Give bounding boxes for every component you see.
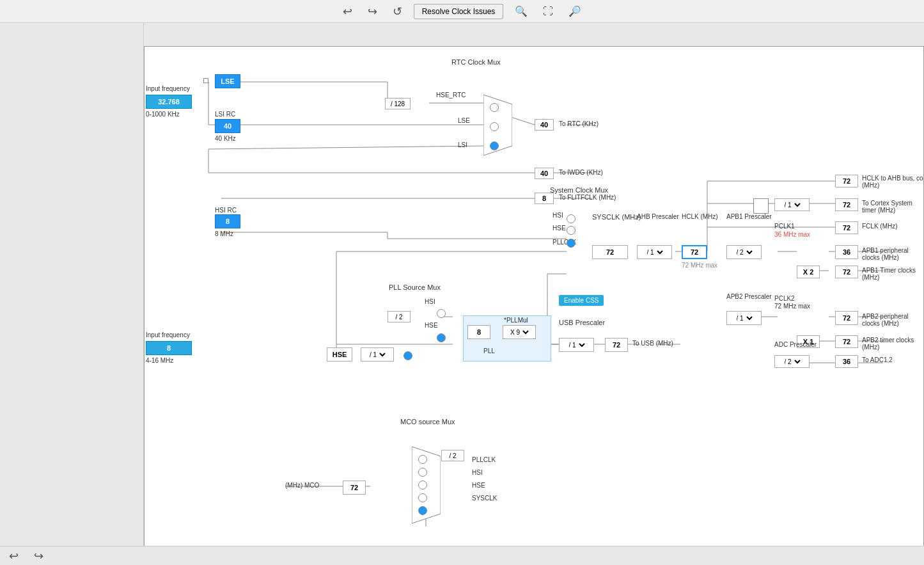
lse-box[interactable]: LSE	[215, 74, 240, 88]
pclk1-max-label: 36 MHz max	[774, 231, 810, 238]
pclk1-label: PCLK1	[774, 223, 795, 230]
rtc-mux-radio-2[interactable]	[490, 122, 499, 131]
mco-radio-pllclk[interactable]	[418, 455, 427, 464]
lse-mux-label: LSE	[458, 117, 470, 124]
rtc-mux-radio-3[interactable]	[490, 141, 499, 150]
apb2-peripheral-label: APB2 peripheral clocks (MHz)	[862, 313, 923, 327]
sys-mux-radio-hsi[interactable]	[567, 214, 576, 223]
div1-cortex-select[interactable]: / 1	[782, 201, 803, 209]
mco-div2-box[interactable]: / 2	[441, 450, 464, 461]
sys-mux-radio-pllclk[interactable]	[567, 239, 576, 248]
pll-source-mux-label: PLL Source Mux	[389, 283, 441, 291]
apb2-timer-value-box[interactable]: 72	[835, 335, 858, 348]
pll-x9-select[interactable]: X 9	[508, 328, 531, 337]
mco-sysclk-label: SYSCLK	[472, 495, 497, 502]
pll-src-hsi-label: HSI	[425, 298, 435, 305]
sys-mux-hsi-label: HSI	[552, 212, 563, 219]
refresh-button[interactable]: ↺	[389, 2, 406, 21]
adc-output-label: To ADC1,2	[862, 356, 893, 363]
pll-src-radio-hse[interactable]	[437, 333, 446, 342]
input-freq-2-label: Input frequency	[146, 331, 190, 338]
adc-prescaler-dropdown[interactable]: / 2	[774, 355, 810, 368]
resolve-clock-issues-button[interactable]: Resolve Clock Issues	[414, 4, 504, 19]
usb-72-value-box[interactable]: 72	[605, 338, 628, 352]
cortex-timer-value-box[interactable]: 72	[835, 198, 858, 211]
hclk-value-box[interactable]: 72	[682, 245, 707, 259]
rtc-output-box[interactable]: 40	[535, 119, 554, 131]
mco-output-value-box[interactable]: 72	[343, 481, 366, 495]
fclk-value-box[interactable]: 72	[835, 221, 858, 234]
fit-screen-button[interactable]: ⛶	[539, 3, 557, 20]
flitfclk-output-box[interactable]: 8	[535, 193, 554, 204]
mco-radio-hse[interactable]	[418, 481, 427, 489]
mco-radio-sysclk[interactable]	[418, 493, 427, 502]
redo-button[interactable]: ↪	[364, 2, 381, 21]
mco-hsi-label: HSI	[472, 469, 483, 476]
sysclk-mhz-label: SYSCLK (MHz)	[592, 213, 641, 221]
hse-output-radio[interactable]	[403, 351, 412, 360]
iwdg-output-box[interactable]: 40	[535, 168, 554, 179]
mco-radio-hsi[interactable]	[418, 468, 427, 477]
pll-src-hse-label: HSE	[425, 322, 438, 329]
pll-label: PLL	[483, 347, 495, 354]
lsi-value-box[interactable]: 40	[215, 119, 240, 133]
mco-radio-selected[interactable]	[418, 506, 427, 515]
usb-output-label: To USB (MHz)	[632, 340, 673, 347]
flitfclk-output-label: To FLITFCLK (MHz)	[559, 194, 616, 201]
hclk-mhz-label: HCLK (MHz)	[682, 213, 718, 220]
bottom-bar: ↩ ↪	[0, 546, 924, 565]
input-freq-1-value[interactable]: 32.768	[146, 95, 192, 109]
apb1-peripheral-label: APB1 peripheral clocks (MHz)	[862, 247, 923, 261]
pll-src-radio-hsi[interactable]	[437, 309, 446, 318]
zoom-out-button[interactable]: 🔍	[565, 3, 585, 20]
mco-output-label: (MHz) MCO	[285, 482, 319, 489]
apb1-timer-x2-box: X 2	[797, 266, 820, 278]
apb2-peripheral-value-box[interactable]: 72	[835, 311, 858, 325]
mco-hse-label: HSE	[472, 482, 485, 489]
pll-x9-dropdown[interactable]: X 9	[503, 325, 536, 339]
apb1-prescaler-select[interactable]: / 2	[734, 248, 755, 257]
apb1-prescaler-dropdown[interactable]: / 2	[726, 245, 762, 259]
mco-pllclk-label: PLLCLK	[472, 456, 496, 463]
zoom-in-button[interactable]: 🔍	[511, 3, 531, 20]
apb2-prescaler-dropdown[interactable]: / 1	[726, 311, 762, 325]
enable-css-button[interactable]: Enable CSS	[559, 295, 604, 306]
hse-rtc-label: HSE_RTC	[436, 92, 466, 99]
input-freq-2-value[interactable]: 8	[146, 341, 192, 355]
hse-div1-dropdown[interactable]: / 1	[361, 347, 394, 362]
svg-line-7	[208, 146, 483, 149]
usb-prescaler-dropdown[interactable]: / 1	[559, 338, 594, 352]
rtc-mux-radio-1[interactable]	[490, 103, 499, 112]
sys-mux-radio-hse[interactable]	[567, 226, 576, 235]
adc-value-box[interactable]: 36	[835, 355, 858, 368]
apb2-prescaler-select[interactable]: / 1	[734, 314, 755, 322]
hclk-ahb-value-box[interactable]: 72	[835, 175, 858, 187]
apb1-timer-value-box[interactable]: 72	[835, 266, 858, 278]
div128-box[interactable]: / 128	[385, 98, 411, 109]
pll-input-value-box[interactable]: 8	[467, 325, 490, 339]
adc-prescaler-select[interactable]: / 2	[782, 358, 803, 366]
hse-box[interactable]: HSE	[327, 347, 352, 362]
apb1-prescaler-label: APB1 Prescaler	[726, 213, 772, 220]
apb1-timer-label: APB1 Timer clocks (MHz)	[862, 267, 923, 281]
usb-prescaler-select[interactable]: / 1	[567, 341, 587, 349]
hsi-value-box[interactable]: 8	[215, 214, 240, 228]
lsi-unit-label: 40 KHz	[215, 135, 236, 142]
iwdg-output-label: To IWDG (KHz)	[559, 169, 603, 176]
ahb-prescaler-label: AHB Prescaler	[637, 213, 679, 220]
bottom-redo-button[interactable]: ↪	[30, 546, 47, 566]
apb1-peripheral-value-box[interactable]: 36	[835, 245, 858, 259]
input-freq-1-range: 0-1000 KHz	[146, 111, 180, 118]
lsi-mux-label: LSI	[458, 141, 467, 148]
div1-cortex-dropdown[interactable]: / 1	[774, 198, 810, 211]
ahb-prescaler-dropdown[interactable]: / 1	[637, 245, 672, 259]
bottom-undo-button[interactable]: ↩	[5, 546, 22, 566]
ahb-prescaler-select[interactable]: / 1	[645, 248, 665, 257]
undo-button[interactable]: ↩	[339, 2, 356, 21]
hse-div1-select[interactable]: / 1	[367, 351, 388, 359]
pll-div2-box[interactable]: / 2	[388, 311, 411, 322]
system-clock-mux-label: System Clock Mux	[550, 186, 608, 194]
apb2-prescaler-label: APB2 Prescaler	[726, 293, 772, 300]
lsi-rc-label: LSI RC	[215, 111, 235, 118]
sysclk-value-box[interactable]: 72	[592, 245, 628, 259]
